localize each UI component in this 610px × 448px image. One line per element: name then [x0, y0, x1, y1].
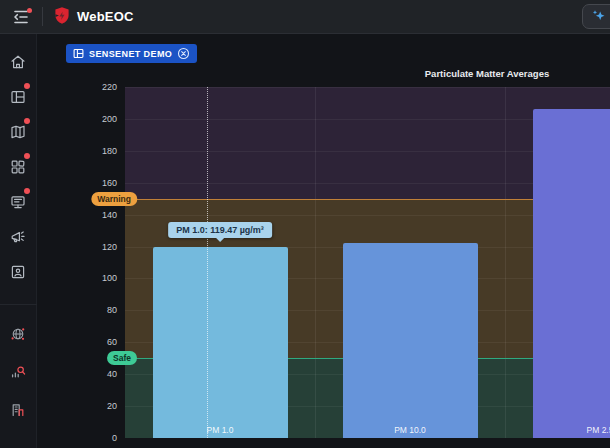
sidebar-item-analytics[interactable] — [0, 353, 37, 391]
sidebar-item-global[interactable] — [0, 315, 37, 353]
y-axis-tick-label: 80 — [107, 305, 117, 315]
megaphone-icon — [9, 228, 27, 246]
bar-pm-2-5[interactable]: PM 2.5 — [533, 109, 610, 438]
map-icon — [9, 123, 27, 141]
apps-grid-icon — [9, 158, 27, 176]
sidebar-item-contacts[interactable] — [0, 254, 37, 289]
chart-plot: WarningSafePM 1.0PM 10.0PM 2.5PM 1.0: 11… — [125, 87, 610, 438]
search-analytics-icon — [9, 363, 27, 381]
chart-tooltip: PM 1.0: 119.47 µg/m³ — [168, 222, 272, 238]
header-divider — [42, 7, 43, 26]
y-axis-tick-label: 120 — [102, 242, 117, 252]
notification-dot — [27, 8, 32, 13]
bar-pm-10-0[interactable]: PM 10.0 — [343, 243, 478, 438]
message-board-icon — [9, 193, 27, 211]
top-bar: WebEOC — [0, 0, 610, 34]
y-axis-tick-label: 100 — [102, 273, 117, 283]
juvare-shield-logo — [53, 6, 71, 27]
y-axis-tick-label: 180 — [102, 146, 117, 156]
gridline-vertical — [315, 87, 316, 438]
boards-icon — [9, 88, 27, 106]
y-axis-tick-label: 0 — [112, 433, 117, 443]
chart-title: Particulate Matter Averages — [425, 68, 549, 79]
bar-label-pm-10-0: PM 10.0 — [343, 425, 478, 435]
notification-dot — [24, 83, 30, 89]
bar-label-pm-2-5: PM 2.5 — [533, 425, 610, 435]
sidebar-item-apps[interactable] — [0, 149, 37, 184]
sidebar-item-home[interactable] — [0, 44, 37, 79]
workspace-chip[interactable]: SENSENET DEMO — [66, 44, 197, 63]
sidebar-divider — [0, 304, 37, 305]
notification-dot — [24, 188, 30, 194]
sidebar-item-messages[interactable] — [0, 184, 37, 219]
sidebar-item-broadcasts[interactable] — [0, 219, 37, 254]
home-icon — [9, 53, 27, 71]
sidebar-toggle-button[interactable] — [6, 5, 36, 29]
assistant-button[interactable] — [582, 4, 610, 29]
y-axis-tick-label: 40 — [107, 369, 117, 379]
bar-pm-1-0[interactable]: PM 1.0 — [153, 247, 288, 438]
sidebar-nav — [0, 34, 37, 448]
sidebar-item-organization[interactable] — [0, 391, 37, 429]
y-axis-tick-label: 160 — [102, 178, 117, 188]
y-axis-tick-label: 200 — [102, 114, 117, 124]
bar-label-pm-1-0: PM 1.0 — [153, 425, 288, 435]
sidebar-item-maps[interactable] — [0, 114, 37, 149]
y-axis-tick-label: 140 — [102, 210, 117, 220]
close-circle-icon[interactable] — [177, 47, 190, 60]
webeoc-app-window: WebEOC — [0, 0, 610, 448]
sparkle-icon — [590, 8, 607, 25]
notification-dot — [24, 153, 30, 159]
building-icon — [9, 401, 27, 419]
contact-card-icon — [9, 263, 27, 281]
notification-dot — [24, 118, 30, 124]
boards-icon — [73, 48, 84, 59]
y-axis-tick-label: 20 — [107, 401, 117, 411]
sidebar-item-boards[interactable] — [0, 79, 37, 114]
gridline-vertical — [505, 87, 506, 438]
gridline-horizontal — [125, 87, 610, 88]
y-axis-tick-label: 60 — [107, 337, 117, 347]
y-axis-tick-label: 220 — [102, 82, 117, 92]
globe-icon — [9, 325, 27, 343]
workspace-chip-label: SENSENET DEMO — [89, 49, 172, 59]
crosshair-line — [207, 87, 208, 438]
app-title: WebEOC — [77, 0, 134, 33]
